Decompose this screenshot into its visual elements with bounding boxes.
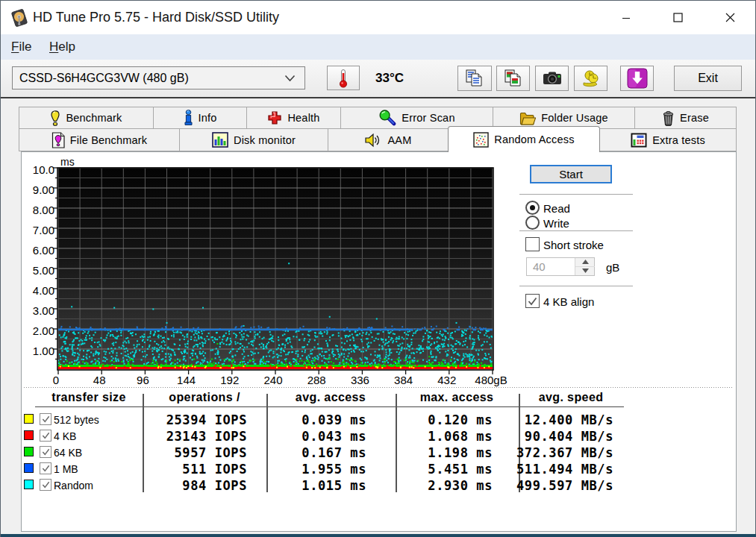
copy-image-icon	[503, 69, 524, 88]
short-stroke-checkbox[interactable]	[525, 237, 540, 251]
donate-button[interactable]	[574, 66, 607, 91]
svg-text:0: 0	[53, 374, 59, 386]
checkmark-icon	[42, 465, 50, 472]
short-stroke-label: Short stroke	[543, 239, 604, 251]
start-button[interactable]: Start	[530, 165, 612, 183]
maximize-icon	[673, 13, 683, 22]
checkmark-icon	[42, 432, 50, 439]
svg-text:480gB: 480gB	[475, 374, 507, 386]
tab-aam-icon	[364, 133, 382, 148]
menu-help[interactable]: Help	[49, 34, 75, 60]
tab-disk-monitor[interactable]: Disk monitor	[179, 128, 328, 151]
thermometer-icon	[338, 69, 349, 88]
tab-erase-icon	[662, 110, 675, 126]
tab-label: File Benchmark	[70, 134, 148, 146]
tab-label: Extra tests	[652, 134, 705, 146]
minimize-icon	[622, 13, 631, 22]
svg-text:48: 48	[93, 374, 106, 386]
svg-text:96: 96	[137, 374, 149, 386]
col-header-operations: operations /	[169, 391, 240, 404]
tab-label: Random Access	[494, 134, 574, 145]
svg-text:432: 432	[437, 374, 456, 386]
close-button[interactable]	[713, 1, 747, 34]
series-color-swatch	[24, 447, 34, 456]
max-access-value: 2.930 ms	[428, 478, 493, 493]
spin-down-icon	[582, 268, 589, 273]
checkmark-icon	[42, 448, 50, 456]
tab-error-scan-icon	[378, 110, 396, 126]
avg-speed-value: 12.400 MB/s	[525, 412, 613, 427]
tab-label: AAM	[387, 134, 411, 146]
tab-benchmark[interactable]: Benchmark	[19, 107, 154, 129]
capacity-value: 40	[533, 258, 546, 275]
menu-bar: File Help	[1, 34, 755, 60]
align-checkbox[interactable]	[525, 294, 540, 308]
title-bar: HD Tune Pro 5.75 - Hard Disk/SSD Utility	[1, 1, 755, 34]
menu-file[interactable]: File	[11, 34, 31, 60]
max-access-value: 5.451 ms	[428, 462, 493, 477]
tab-label: Folder Usage	[541, 112, 607, 124]
drive-selector-value: CSSD-S6H4GCG3VW (480 gB)	[19, 72, 189, 84]
max-access-value: 1.068 ms	[428, 429, 493, 444]
tab-info[interactable]: Info	[153, 107, 247, 129]
save-button[interactable]	[620, 66, 654, 91]
series-name-label: 512 bytes	[54, 414, 99, 426]
series-name-label: 64 KB	[54, 447, 82, 459]
toolbar: CSSD-S6H4GCG3VW (480 gB) 33°C	[1, 60, 755, 97]
tab-health[interactable]: Health	[246, 107, 341, 129]
series-visible-checkbox[interactable]	[40, 430, 51, 442]
tab-erase[interactable]: Erase	[634, 107, 737, 129]
tab-random-access[interactable]: Random Access	[448, 126, 600, 152]
tab-extra-tests[interactable]: Extra tests	[599, 128, 737, 151]
copy-text-button[interactable]	[457, 66, 492, 91]
avg-access-value: 1.955 ms	[302, 462, 366, 477]
iops-value: 511 IOPS	[182, 462, 247, 477]
series-visible-checkbox[interactable]	[40, 413, 51, 425]
separator-1	[519, 194, 633, 195]
separator-3	[519, 286, 633, 286]
series-visible-checkbox[interactable]	[40, 479, 51, 491]
read-label: Read	[543, 202, 570, 215]
series-color-swatch	[24, 463, 34, 473]
tab-info-icon	[184, 110, 193, 126]
tab-file-benchmark[interactable]: File Benchmark	[19, 128, 180, 151]
col-header-transfer-size: transfer size	[51, 391, 125, 404]
spin-down-button[interactable]	[575, 267, 595, 276]
maximize-button[interactable]	[660, 1, 695, 34]
tab-label: Info	[199, 112, 217, 124]
capacity-spinner[interactable]: 40	[526, 257, 595, 276]
tab-aam[interactable]: AAM	[328, 128, 449, 151]
exit-button[interactable]: Exit	[674, 66, 742, 91]
write-radio[interactable]	[525, 216, 540, 230]
avg-speed-value: 372.367 MB/s	[516, 445, 613, 460]
col-header-max-access: max. access	[420, 391, 494, 404]
tab-health-icon	[267, 110, 282, 125]
align-label: 4 KB align	[543, 295, 594, 308]
window-bottom-border	[1, 534, 756, 537]
checkmark-icon	[42, 481, 50, 489]
screenshot-button[interactable]	[535, 66, 569, 91]
tab-folder-usage-icon	[519, 111, 536, 125]
svg-text:8.00: 8.00	[33, 204, 54, 216]
copy-text-icon	[464, 69, 485, 88]
read-radio[interactable]	[525, 201, 540, 215]
temperature-value: 33°C	[375, 66, 404, 90]
series-name-label: Random	[54, 480, 93, 492]
iops-value: 5957 IOPS	[174, 445, 247, 460]
table-top-separator	[24, 387, 733, 388]
col-header-avg-access: avg. access	[296, 391, 366, 404]
temperature-button[interactable]	[327, 66, 360, 90]
checkmark-icon	[528, 297, 537, 306]
series-visible-checkbox[interactable]	[40, 462, 51, 474]
svg-text:384: 384	[394, 374, 413, 386]
svg-text:10.0: 10.0	[33, 163, 54, 176]
spin-up-button[interactable]	[575, 258, 595, 267]
drive-selector-dropdown[interactable]: CSSD-S6H4GCG3VW (480 gB)	[12, 66, 305, 90]
copy-image-button[interactable]	[496, 66, 530, 91]
tab-random-access-icon	[473, 132, 489, 148]
series-visible-checkbox[interactable]	[40, 446, 51, 458]
series-color-swatch	[24, 414, 34, 424]
toolbar-separator	[1, 97, 755, 98]
minimize-button[interactable]	[609, 1, 643, 34]
tab-extra-tests-icon	[631, 133, 647, 148]
